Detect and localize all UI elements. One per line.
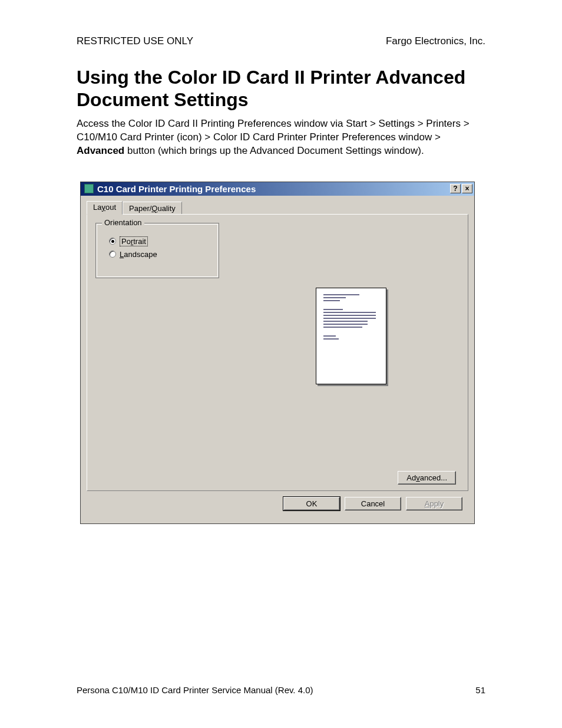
header-right: Fargo Electronics, Inc.: [386, 35, 485, 47]
radio-landscape[interactable]: Landscape: [109, 250, 210, 259]
radio-portrait-label: Portrait: [120, 236, 148, 246]
orientation-group: Orientation Portrait Landscape: [95, 223, 219, 278]
intro-text: Access the Color ID Card II Printing Pre…: [77, 117, 485, 158]
tab-paper-quality[interactable]: Paper/Quality: [123, 202, 182, 215]
tab-panel-layout: Orientation Portrait Landscape: [87, 214, 468, 491]
tab-layout[interactable]: Layout: [87, 201, 123, 215]
intro-part1: Access the Color ID Card II Printing Pre…: [77, 118, 470, 143]
page-number: 51: [475, 685, 485, 695]
titlebar: C10 Card Printer Printing Preferences ? …: [81, 182, 474, 196]
advanced-button[interactable]: Advanced...: [398, 471, 456, 485]
apply-button[interactable]: Apply: [406, 497, 462, 510]
page-title: Using the Color ID Card II Printer Advan…: [77, 66, 485, 111]
orientation-legend: Orientation: [102, 218, 144, 227]
printing-preferences-dialog: C10 Card Printer Printing Preferences ? …: [80, 182, 475, 524]
help-button[interactable]: ?: [450, 184, 461, 193]
radio-portrait[interactable]: Portrait: [109, 236, 210, 246]
tab-strip: Layout Paper/Quality: [87, 202, 468, 215]
printer-icon: [84, 184, 94, 193]
page-preview-area: [227, 223, 459, 278]
radio-landscape-label: Landscape: [120, 250, 157, 259]
intro-part2: button (which brings up the Advanced Doc…: [124, 145, 424, 156]
header-left: RESTRICTED USE ONLY: [77, 35, 193, 47]
intro-bold: Advanced: [77, 145, 124, 156]
page-preview-icon: [316, 288, 386, 384]
cancel-button[interactable]: Cancel: [345, 497, 401, 510]
footer-text: Persona C10/M10 ID Card Printer Service …: [77, 685, 313, 695]
radio-landscape-indicator: [109, 251, 116, 258]
radio-portrait-indicator: [109, 238, 116, 245]
dialog-title: C10 Card Printer Printing Preferences: [97, 184, 256, 194]
close-button[interactable]: ×: [462, 184, 472, 193]
ok-button[interactable]: OK: [283, 497, 340, 510]
